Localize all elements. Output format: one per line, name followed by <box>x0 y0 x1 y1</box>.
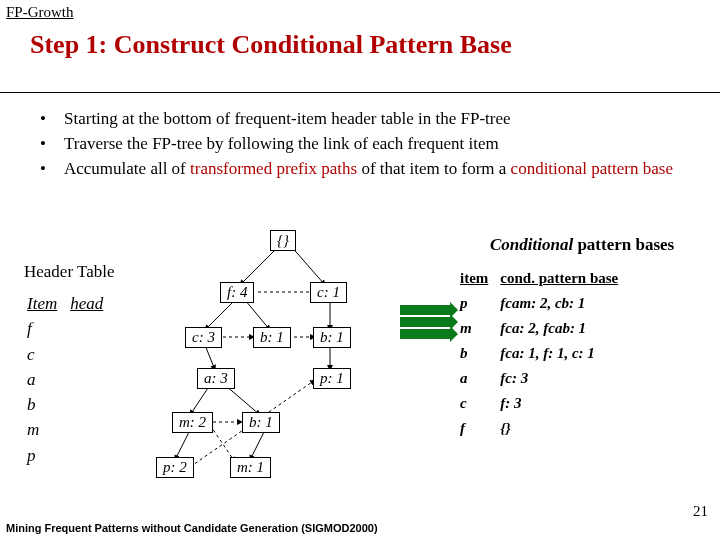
svg-line-9 <box>175 430 190 460</box>
svg-line-8 <box>225 385 260 415</box>
footer-citation: Mining Frequent Patterns without Candida… <box>6 522 378 534</box>
tree-node: f: 4 <box>220 282 254 303</box>
fp-tree-diagram: {} f: 4 c: 1 c: 3 b: 1 b: 1 a: 3 p: 1 m:… <box>150 230 400 490</box>
tree-node: b: 1 <box>313 327 351 348</box>
tree-node: b: 1 <box>253 327 291 348</box>
svg-line-5 <box>205 345 215 370</box>
arrow-icon <box>400 329 450 339</box>
tree-node: c: 1 <box>310 282 347 303</box>
tree-node: b: 1 <box>242 412 280 433</box>
arrow-icon <box>400 317 450 327</box>
tree-node-root: {} <box>270 230 296 251</box>
table-row: afc: 3 <box>460 366 630 391</box>
table-row: pfcam: 2, cb: 1 <box>460 291 630 316</box>
tree-node: a: 3 <box>197 368 235 389</box>
svg-line-3 <box>245 300 270 330</box>
svg-line-10 <box>250 430 265 460</box>
header-table: Item head f c a b m p <box>24 290 115 469</box>
tree-node: p: 2 <box>156 457 194 478</box>
table-row: mfca: 2, fcab: 1 <box>460 316 630 341</box>
list-item: • Accumulate all of transformed prefix p… <box>40 158 680 181</box>
header-table-title: Header Table <box>24 262 115 282</box>
table-row: bfca: 1, f: 1, c: 1 <box>460 341 630 366</box>
cpb-title: Conditional pattern bases <box>490 235 674 255</box>
table-row: f{} <box>460 416 630 441</box>
svg-line-1 <box>290 245 325 285</box>
tree-node: m: 1 <box>230 457 271 478</box>
svg-line-0 <box>240 245 280 285</box>
arrow-icon <box>400 305 450 315</box>
tree-node: c: 3 <box>185 327 222 348</box>
slide-number: 21 <box>693 503 708 520</box>
list-item: • Traverse the FP-tree by following the … <box>40 133 680 156</box>
bullet-list: • Starting at the bottom of frequent-ite… <box>40 108 680 183</box>
table-row: cf: 3 <box>460 391 630 416</box>
svg-line-7 <box>190 385 210 415</box>
tree-node: p: 1 <box>313 368 351 389</box>
topic-label: FP-Growth <box>6 4 74 21</box>
page-title: Step 1: Construct Conditional Pattern Ba… <box>30 30 512 60</box>
tree-node: m: 2 <box>172 412 213 433</box>
green-arrows <box>400 305 450 341</box>
cpb-table: item cond. pattern base pfcam: 2, cb: 1 … <box>460 268 630 441</box>
svg-line-2 <box>205 300 235 330</box>
list-item: • Starting at the bottom of frequent-ite… <box>40 108 680 131</box>
divider <box>0 92 720 93</box>
